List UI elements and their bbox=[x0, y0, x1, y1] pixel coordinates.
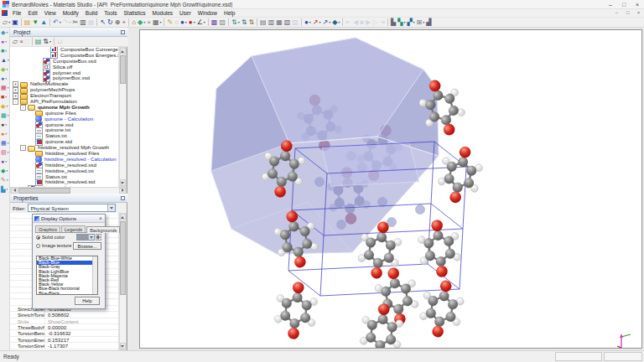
collapse-icon[interactable]: - bbox=[13, 99, 18, 105]
modules-tool-14-button[interactable]: ▧▾ bbox=[0, 147, 9, 157]
dropdown-arrow-icon[interactable]: ▾ bbox=[423, 20, 424, 24]
dropdown-arrow-icon[interactable]: ▾ bbox=[338, 20, 340, 24]
close-icon[interactable]: × bbox=[631, 0, 644, 9]
dropdown-arrow-icon[interactable]: ▾ bbox=[8, 86, 9, 90]
dropdown-arrow-icon[interactable]: ▾ bbox=[5, 160, 7, 163]
restore-icon[interactable]: □ bbox=[617, 0, 631, 9]
modules-tool-11-button[interactable]: ●▾ bbox=[0, 120, 9, 129]
modules-tool-17-button[interactable]: ✎▾ bbox=[0, 175, 9, 184]
dropdown-arrow-icon[interactable]: ▾ bbox=[60, 20, 61, 24]
analysis-button[interactable]: ▞▾ bbox=[406, 18, 415, 27]
step-back-button[interactable]: ◀ bbox=[352, 18, 359, 27]
sort-items-button[interactable]: ⇅▾ bbox=[42, 37, 52, 46]
reset-view-button[interactable]: × bbox=[146, 18, 152, 27]
chart-tool-button[interactable]: ▙ bbox=[390, 18, 397, 27]
modules-tool-18-button[interactable]: ▙▾ bbox=[0, 184, 9, 194]
stop-button[interactable]: ■ bbox=[359, 18, 365, 27]
properties-vertical-scrollbar[interactable] bbox=[119, 213, 127, 350]
dropdown-arrow-icon[interactable]: ▾ bbox=[204, 20, 205, 24]
tab-graphics[interactable]: Graphics bbox=[35, 225, 60, 232]
filter-combobox[interactable]: Physical System bbox=[28, 204, 116, 212]
spin-tool-button[interactable]: ◆▾ bbox=[331, 18, 340, 27]
open-folder-button[interactable]: ▤ bbox=[23, 18, 32, 27]
script-button[interactable]: ▨ bbox=[218, 18, 226, 27]
background-option[interactable]: Blue-Black bbox=[37, 292, 97, 296]
menu-view[interactable]: View bbox=[41, 9, 60, 18]
quinone-molecule[interactable] bbox=[273, 280, 319, 341]
sort-ascending-button[interactable]: ⇅▾ bbox=[231, 18, 241, 27]
modules-tool-4-button[interactable]: ▲▾ bbox=[0, 55, 9, 65]
modules-tool-9-button[interactable]: ◆▾ bbox=[0, 101, 9, 111]
dropdown-arrow-icon[interactable]: ▾ bbox=[143, 20, 145, 24]
vector-blue-button[interactable]: ↗▾ bbox=[321, 18, 331, 27]
import-button[interactable]: ▼ bbox=[31, 18, 39, 27]
sheet-view-button[interactable]: ▦ bbox=[275, 18, 283, 27]
add-chart-button[interactable]: ⊞▾ bbox=[416, 18, 426, 27]
tree-hscroll-thumb[interactable] bbox=[18, 188, 70, 194]
save-button[interactable]: ▣ bbox=[11, 18, 19, 27]
tree-vertical-scrollbar[interactable] bbox=[119, 47, 127, 187]
copy-item-button[interactable]: □ bbox=[24, 37, 30, 46]
quinone-molecule[interactable] bbox=[434, 142, 486, 207]
open-explorer-button[interactable]: ▤ bbox=[34, 37, 43, 46]
undo-button[interactable]: ↶▾ bbox=[52, 18, 62, 27]
modules-tool-13-button[interactable]: ▦▾ bbox=[0, 138, 9, 147]
property-row[interactable]: TorsionStretchBe-1.17307 bbox=[10, 343, 118, 349]
element-red-button[interactable]: ●▾ bbox=[188, 18, 196, 27]
menu-tools[interactable]: Tools bbox=[101, 9, 120, 18]
child-restore-icon[interactable]: □ bbox=[622, 9, 633, 17]
property-row[interactable]: TorsionBendBend-0.316632 bbox=[10, 330, 118, 336]
translate-button[interactable]: + bbox=[122, 18, 127, 27]
report-view-button[interactable]: ▨ bbox=[291, 18, 299, 27]
dropdown-arrow-icon[interactable]: ▾ bbox=[329, 20, 330, 24]
cut-button[interactable]: ✂ bbox=[72, 18, 80, 27]
menu-user[interactable]: User bbox=[176, 9, 195, 18]
dropdown-arrow-icon[interactable]: ▾ bbox=[49, 39, 51, 44]
dropdown-arrow-icon[interactable]: ▾ bbox=[6, 169, 8, 173]
property-row[interactable]: TorsionEnergy0.153217 bbox=[10, 337, 118, 343]
play-button[interactable]: ▶ bbox=[365, 18, 371, 27]
dropdown-arrow-icon[interactable]: ▾ bbox=[309, 20, 311, 24]
dropdown-arrow-icon[interactable]: ▾ bbox=[8, 151, 9, 154]
structure-viewport[interactable] bbox=[139, 29, 642, 349]
dropdown-arrow-icon[interactable]: ▾ bbox=[5, 77, 7, 80]
dropdown-arrow-icon[interactable]: ▾ bbox=[6, 105, 8, 108]
study-table-button[interactable]: ▚▾ bbox=[397, 18, 406, 27]
child-close-icon[interactable]: × bbox=[633, 9, 644, 17]
dropdown-arrow-icon[interactable]: ▾ bbox=[194, 20, 195, 24]
dropdown-arrow-icon[interactable]: ▾ bbox=[8, 114, 9, 117]
recenter-button[interactable]: ⌂ bbox=[131, 18, 137, 27]
sync-project-button[interactable]: ⊔ bbox=[56, 37, 63, 46]
menu-build[interactable]: Build bbox=[82, 9, 101, 18]
dropdown-arrow-icon[interactable]: ▾ bbox=[238, 20, 240, 24]
skip-end-button[interactable]: ⇥ bbox=[378, 18, 386, 27]
dropdown-arrow-icon[interactable]: ▾ bbox=[5, 40, 7, 44]
dropdown-arrow-icon[interactable]: ▾ bbox=[5, 123, 7, 127]
properties-scroll-thumb[interactable] bbox=[120, 221, 126, 295]
dropdown-arrow-icon[interactable]: ▾ bbox=[413, 20, 415, 24]
new-document-button[interactable]: ▱▾ bbox=[2, 18, 11, 27]
menu-statistics[interactable]: Statistics bbox=[120, 9, 148, 18]
menu-file[interactable]: File bbox=[9, 9, 24, 18]
matrix-view-button[interactable]: ▧ bbox=[283, 18, 292, 27]
modules-tool-16-button[interactable]: ◆▾ bbox=[0, 166, 9, 175]
dropdown-arrow-icon[interactable]: ▾ bbox=[319, 20, 320, 24]
dropdown-arrow-icon[interactable]: ▾ bbox=[6, 188, 8, 191]
menu-edit[interactable]: Edit bbox=[24, 9, 40, 18]
property-row[interactable]: StyleShowContent bbox=[10, 318, 118, 324]
modules-tool-3-button[interactable]: ■▾ bbox=[0, 46, 9, 55]
dialog-title-bar[interactable]: Display Options × bbox=[33, 215, 105, 223]
scroll-right-icon[interactable] bbox=[119, 188, 126, 194]
property-row[interactable]: ThreeBodyNonBo0.00000 bbox=[10, 324, 118, 330]
modules-tool-7-button[interactable]: ▦▾ bbox=[0, 83, 9, 92]
sort-custom-button[interactable]: ⇅ bbox=[247, 18, 255, 27]
new-item-button[interactable]: ▱ bbox=[12, 37, 18, 46]
atom-tool-button[interactable]: ●▾ bbox=[304, 18, 312, 27]
grid-view-button[interactable]: ▥ bbox=[267, 18, 276, 27]
dropdown-arrow-icon[interactable]: ▾ bbox=[5, 132, 7, 136]
menu-modify[interactable]: Modify bbox=[60, 9, 82, 18]
modules-tool-12-button[interactable]: ●▾ bbox=[0, 129, 9, 138]
minimize-icon[interactable]: – bbox=[604, 0, 617, 9]
dropdown-arrow-icon[interactable]: ▾ bbox=[6, 31, 8, 34]
chart-options-button[interactable]: ▟ bbox=[425, 18, 432, 27]
